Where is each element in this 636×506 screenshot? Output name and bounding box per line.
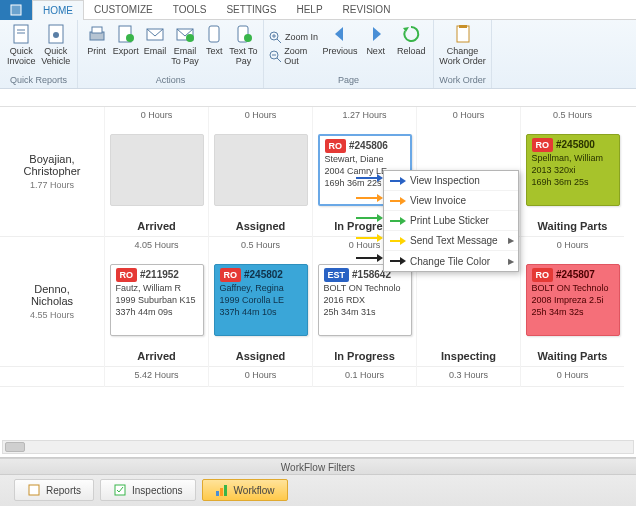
group-quick-reports-label: Quick Reports [4, 74, 73, 86]
svg-point-6 [53, 32, 59, 38]
email-to-pay-button[interactable]: Email To Pay [170, 22, 201, 74]
zoom-out-label: Zoom Out [284, 46, 322, 66]
filter-bar [0, 89, 636, 107]
svg-rect-14 [209, 26, 219, 42]
horizontal-scrollbar[interactable] [2, 440, 634, 454]
svg-rect-24 [457, 26, 469, 42]
quick-invoice-label: Quick Invoice [4, 46, 39, 66]
text-to-pay-label: Text To Pay [228, 46, 259, 66]
zoom-in-label: Zoom In [285, 32, 318, 42]
ribbon-tab-settings[interactable]: SETTINGS [216, 0, 286, 20]
context-menu-item[interactable]: View Inspection [384, 171, 518, 191]
empty-tile[interactable] [214, 134, 308, 206]
ribbon-tab-help[interactable]: HELP [286, 0, 332, 20]
previous-label: Previous [323, 46, 358, 56]
svg-rect-36 [29, 485, 39, 495]
change-work-order-button[interactable]: Change Work Order [438, 22, 487, 74]
svg-line-18 [277, 39, 281, 43]
svg-rect-38 [216, 491, 219, 496]
quick-vehicle-button[interactable]: Quick Vehicle [39, 22, 74, 74]
svg-line-22 [277, 58, 281, 62]
workflow-board: Boyajian,Christopher1.77 HoursDenno,Nich… [0, 107, 636, 439]
context-menu: View InspectionView InvoicePrint Lube St… [383, 170, 519, 272]
footer-tab-inspections[interactable]: Inspections [100, 479, 196, 501]
column-label: Arrived [105, 216, 208, 236]
work-order-tile[interactable]: RO#211952Fautz, William R1999 Suburban K… [110, 264, 204, 336]
tech-row-header: Boyajian,Christopher1.77 Hours [0, 107, 104, 237]
work-order-tile[interactable]: EST#158642BOLT ON Technolo2016 RDX25h 34… [318, 264, 412, 336]
reload-button[interactable]: Reload [393, 22, 429, 74]
footer-tab-reports[interactable]: Reports [14, 479, 94, 501]
email-label: Email [144, 46, 167, 56]
hours-label: 0 Hours [209, 367, 312, 383]
text-label: Text [206, 46, 223, 56]
hours-label: 0 Hours [521, 367, 624, 383]
quick-vehicle-label: Quick Vehicle [39, 46, 74, 66]
work-order-tile[interactable]: RO#245807BOLT ON Technolo2008 Impreza 2.… [526, 264, 620, 336]
ribbon-tab-revision[interactable]: REVISION [333, 0, 401, 20]
ribbon-tab-tools[interactable]: TOOLS [163, 0, 217, 20]
svg-rect-25 [459, 25, 467, 28]
zoom-out-button[interactable]: Zoom Out [268, 46, 322, 66]
text-to-pay-button[interactable]: Text To Pay [228, 22, 259, 74]
svg-rect-8 [92, 27, 102, 33]
quick-invoice-button[interactable]: Quick Invoice [4, 22, 39, 74]
hours-label: 0.5 Hours [209, 237, 312, 253]
svg-point-13 [186, 34, 194, 42]
print-button[interactable]: Print [82, 22, 111, 74]
column-label: Arrived [105, 346, 208, 366]
context-menu-item[interactable]: Print Lube Sticker [384, 211, 518, 231]
change-work-order-label: Change Work Order [438, 46, 487, 66]
context-menu-item[interactable]: View Invoice [384, 191, 518, 211]
svg-rect-39 [220, 488, 223, 496]
previous-button[interactable]: Previous [322, 22, 358, 74]
footer-tab-workflow[interactable]: Workflow [202, 479, 288, 501]
footer: WorkFlow Filters ReportsInspectionsWorkf… [0, 457, 636, 506]
svg-rect-2 [14, 25, 28, 43]
work-order-tile[interactable]: RO#245802Gaffney, Regina1999 Corolla LE3… [214, 264, 308, 336]
text-button[interactable]: Text [201, 22, 228, 74]
ribbon: Quick Invoice Quick Vehicle Quick Report… [0, 20, 636, 89]
ribbon-tab-home[interactable]: HOME [32, 0, 84, 20]
hours-label: 4.05 Hours [105, 237, 208, 253]
group-work-order-label: Work Order [438, 74, 487, 86]
svg-rect-0 [11, 5, 21, 15]
workflow-filters-header[interactable]: WorkFlow Filters [0, 458, 636, 475]
group-actions-label: Actions [82, 74, 259, 86]
email-button[interactable]: Email [140, 22, 169, 74]
export-label: Export [113, 46, 139, 56]
export-button[interactable]: Export [111, 22, 140, 74]
tech-row-header: Denno,Nicholas4.55 Hours [0, 237, 104, 367]
next-label: Next [366, 46, 385, 56]
hours-label: 5.42 Hours [105, 367, 208, 383]
group-page-label: Page [268, 74, 429, 86]
print-label: Print [87, 46, 106, 56]
hours-label: 0.5 Hours [521, 107, 624, 123]
app-menu-button[interactable] [0, 0, 32, 20]
tech-row-header [0, 367, 104, 387]
hours-label: 1.27 Hours [313, 107, 416, 123]
ribbon-tab-customize[interactable]: CUSTOMIZE [84, 0, 163, 20]
empty-tile[interactable] [110, 134, 204, 206]
column-label: Assigned [209, 216, 312, 236]
next-button[interactable]: Next [358, 22, 394, 74]
reload-label: Reload [397, 46, 426, 56]
column-label: Assigned [209, 346, 312, 366]
column-label: Inspecting [417, 346, 520, 366]
work-order-tile[interactable]: RO#245800Spellman, William2013 320xi169h… [526, 134, 620, 206]
column-label: In Progress [313, 346, 416, 366]
zoom-in-button[interactable]: Zoom In [268, 30, 322, 44]
hours-label: 0 Hours [209, 107, 312, 123]
email-to-pay-label: Email To Pay [170, 46, 201, 66]
svg-point-16 [244, 34, 252, 42]
hours-label: 0.3 Hours [417, 367, 520, 383]
context-menu-item[interactable]: Send Text Message▶ [384, 231, 518, 251]
hours-label: 0 Hours [105, 107, 208, 123]
column-label: Waiting Parts [521, 346, 624, 366]
svg-rect-40 [224, 485, 227, 496]
hours-label: 0.1 Hours [313, 367, 416, 383]
context-menu-item[interactable]: Change Tile Color▶ [384, 251, 518, 271]
hours-label: 0 Hours [521, 237, 624, 253]
svg-point-10 [126, 34, 134, 42]
hours-label: 0 Hours [417, 107, 520, 123]
